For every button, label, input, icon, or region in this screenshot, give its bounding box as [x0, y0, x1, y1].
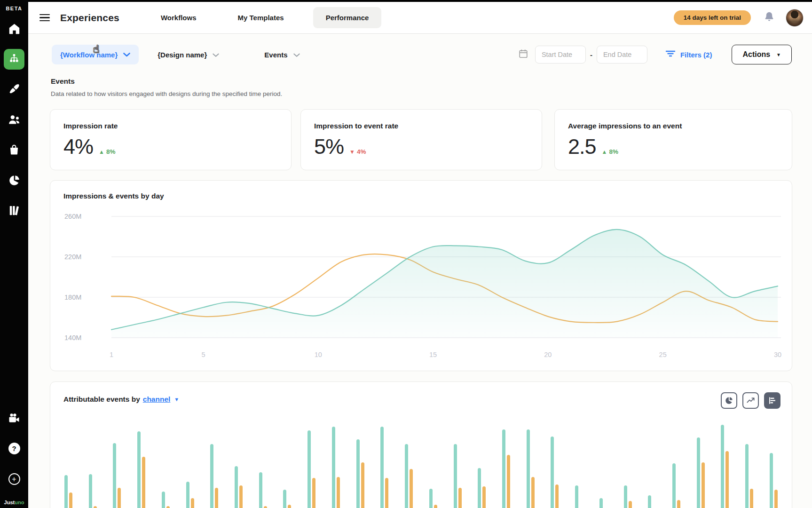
bar-group — [478, 468, 486, 508]
bar-teal — [210, 444, 213, 508]
bar-orange — [458, 488, 462, 508]
bar-orange — [555, 484, 559, 508]
svg-text:10: 10 — [315, 351, 322, 358]
bar-teal — [770, 453, 773, 508]
sidebar-item-analytics[interactable] — [0, 174, 28, 187]
beta-label: BETA — [0, 6, 28, 11]
bar-orange — [191, 498, 194, 508]
bar-group — [113, 443, 121, 508]
bar-group — [356, 439, 364, 508]
bar-group — [599, 498, 607, 508]
sidebar: BETA — [0, 0, 28, 508]
workflow-sitemap-icon — [8, 53, 20, 66]
menu-icon[interactable] — [39, 12, 50, 24]
bar-teal — [356, 439, 360, 508]
bar-group — [186, 482, 194, 508]
bar-teal — [89, 474, 92, 508]
bar-teal — [502, 429, 505, 508]
bar-group — [527, 429, 535, 508]
metric-value: 2.5 — [568, 136, 596, 157]
bar-chart-title: Attributable events by — [63, 395, 140, 404]
svg-text:30: 30 — [774, 351, 781, 358]
bar-teal — [64, 475, 68, 508]
bar-teal — [137, 431, 141, 508]
bar-orange — [725, 451, 729, 508]
caret-down-icon: ▼ — [776, 52, 781, 57]
group-by-channel-link[interactable]: channel — [143, 395, 171, 404]
audience-people-icon — [8, 113, 21, 126]
line-chart-icon[interactable] — [742, 392, 759, 409]
justuno-logo: Justuno — [0, 500, 28, 505]
end-date-input[interactable] — [597, 46, 647, 64]
bar-orange — [677, 500, 680, 508]
metric-title: Average impressions to an event — [568, 122, 779, 130]
tab-performance[interactable]: Performance — [313, 7, 382, 28]
sidebar-item-home[interactable] — [0, 23, 28, 35]
bar-teal — [599, 498, 603, 508]
metric-title: Impression to event rate — [314, 122, 528, 130]
workflow-name-dropdown[interactable]: {Workflow name} — [52, 45, 139, 64]
delta-down-icon: ▼ — [349, 149, 355, 155]
start-date-input[interactable] — [535, 46, 586, 64]
home-icon — [8, 23, 21, 35]
chevron-down-icon — [207, 51, 219, 59]
metric-card-impression-rate: Impression rate 4% ▲ 8% — [50, 109, 292, 170]
bar-group — [575, 485, 583, 508]
sidebar-item-commerce[interactable] — [0, 143, 28, 156]
section-title: Events — [51, 77, 75, 86]
impressions-events-chart-card: Impressions & events by day 260M220M180M… — [50, 180, 792, 371]
sidebar-item-tutorials[interactable] — [0, 412, 28, 425]
delta-up-icon: ▲ — [602, 149, 607, 155]
design-brush-icon — [8, 83, 21, 95]
sidebar-item-design[interactable] — [0, 83, 28, 95]
bar-orange — [215, 488, 218, 508]
bar-group — [551, 437, 559, 508]
sidebar-item-workflows[interactable] — [0, 49, 28, 70]
bar-group — [770, 453, 778, 508]
bar-group — [648, 495, 656, 508]
filters-button[interactable]: Filters (2) — [665, 50, 712, 59]
metric-delta: ▲ 8% — [602, 148, 618, 155]
design-name-dropdown[interactable]: {Design name} — [158, 51, 219, 59]
filter-lines-icon — [665, 50, 676, 59]
notifications-bell-icon[interactable] — [763, 11, 775, 25]
metric-dropdown[interactable]: Events — [264, 51, 300, 59]
svg-text:140M: 140M — [64, 334, 81, 341]
bar-orange — [312, 478, 315, 508]
sidebar-item-help[interactable]: ? — [0, 443, 28, 454]
tab-my-templates[interactable]: My Templates — [238, 14, 284, 22]
chart-type-toggle-group — [716, 392, 780, 409]
metric-delta: ▼ 4% — [349, 148, 366, 155]
bar-teal — [478, 468, 481, 508]
bar-orange — [166, 506, 170, 508]
bar-teal — [672, 463, 676, 508]
user-avatar[interactable] — [786, 9, 804, 27]
bar-orange — [118, 488, 121, 508]
bar-teal — [527, 429, 530, 508]
bar-teal — [721, 425, 724, 508]
sidebar-item-audience[interactable] — [0, 113, 28, 126]
bar-group — [624, 485, 632, 508]
top-header: Experiences Workflows My Templates Perfo… — [28, 2, 812, 34]
bar-group — [283, 490, 291, 508]
page-title: Experiences — [60, 12, 119, 24]
bar-group — [697, 437, 705, 508]
commerce-bag-icon — [8, 143, 20, 156]
bar-chart-icon[interactable] — [764, 392, 780, 409]
bar-orange — [264, 506, 267, 508]
sidebar-item-library[interactable] — [0, 204, 28, 217]
bar-group — [89, 474, 97, 508]
actions-button[interactable]: Actions ▼ — [732, 45, 792, 64]
caret-down-icon[interactable]: ▼ — [174, 397, 179, 402]
bar-teal — [332, 427, 335, 508]
tab-workflows[interactable]: Workflows — [161, 14, 197, 22]
svg-text:5: 5 — [201, 351, 205, 358]
sidebar-item-add[interactable]: + — [0, 473, 28, 485]
svg-text:1: 1 — [110, 351, 113, 358]
impressions-events-line-chart: 260M220M180M140M151015202530 — [50, 181, 793, 372]
svg-text:20: 20 — [544, 351, 552, 358]
date-range-separator: - — [590, 51, 592, 59]
pie-chart-icon[interactable] — [721, 392, 737, 409]
bar-teal — [745, 444, 749, 508]
bar-teal — [405, 444, 408, 508]
